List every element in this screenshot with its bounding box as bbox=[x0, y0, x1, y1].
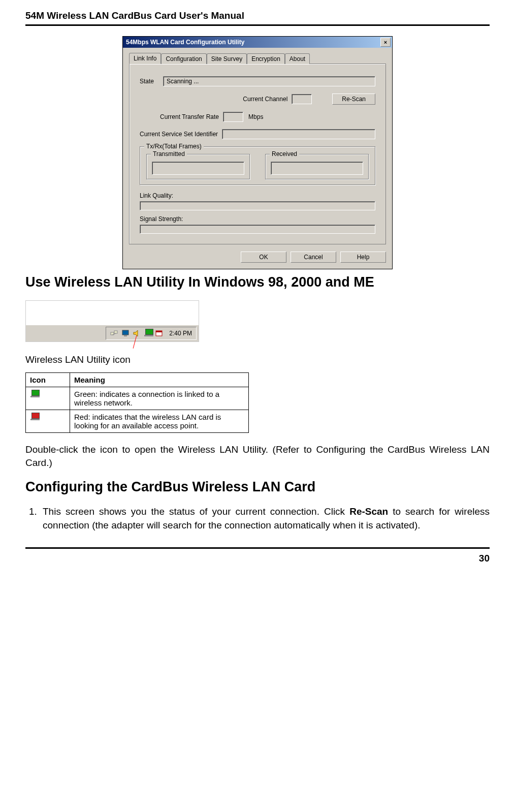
col-header-meaning: Meaning bbox=[70, 373, 249, 387]
ssid-label: Current Service Set Identifier bbox=[140, 131, 218, 138]
section-heading-use-utility: Use Wireless LAN Utility In Windows 98, … bbox=[25, 274, 490, 290]
received-group: Received bbox=[265, 154, 369, 179]
help-button[interactable]: Help bbox=[340, 252, 386, 263]
config-utility-dialog: 54Mbps WLAN Card Configuration Utility ×… bbox=[122, 36, 393, 269]
current-channel-field bbox=[292, 94, 312, 104]
current-channel-label: Current Channel bbox=[243, 96, 287, 103]
svg-rect-3 bbox=[122, 330, 128, 335]
transfer-rate-label: Current Transfer Rate bbox=[160, 113, 219, 120]
dialog-titlebar: 54Mbps WLAN Card Configuration Utility × bbox=[123, 37, 392, 48]
transmitted-field bbox=[152, 162, 244, 175]
ok-button[interactable]: OK bbox=[241, 252, 286, 263]
txrx-group: Tx/Rx(Total Frames) Transmitted Received bbox=[140, 146, 375, 185]
scheduler-icon bbox=[155, 329, 163, 337]
transfer-rate-unit: Mbps bbox=[248, 113, 263, 120]
red-icon-cell bbox=[26, 410, 70, 433]
ssid-field bbox=[222, 129, 375, 139]
systray-screenshot: 2:40 PM bbox=[25, 300, 199, 342]
svg-rect-4 bbox=[124, 335, 127, 336]
volume-icon bbox=[133, 329, 141, 337]
tab-about[interactable]: About bbox=[285, 53, 310, 64]
transmitted-group: Transmitted bbox=[146, 154, 250, 179]
table-row: Green: indicates a connection is linked … bbox=[26, 387, 249, 410]
red-meaning: Red: indicates that the wireless LAN car… bbox=[70, 410, 249, 433]
rescan-button[interactable]: Re-Scan bbox=[332, 93, 375, 105]
wlan-red-icon bbox=[30, 413, 41, 422]
state-field: Scanning ... bbox=[163, 76, 375, 86]
page-number: 30 bbox=[479, 553, 490, 564]
received-legend: Received bbox=[270, 150, 299, 158]
link-quality-bar bbox=[140, 201, 375, 210]
step1-bold: Re-Scan bbox=[349, 506, 388, 517]
transfer-rate-field bbox=[223, 112, 243, 122]
tab-content: State Scanning ... Current Channel Re-Sc… bbox=[129, 64, 386, 244]
green-icon-cell bbox=[26, 387, 70, 410]
section-heading-configuring: Configuring the CardBus Wireless LAN Car… bbox=[25, 479, 490, 495]
col-header-icon: Icon bbox=[26, 373, 70, 387]
signal-strength-label: Signal Strength: bbox=[140, 215, 375, 223]
network-neighborhood-icon bbox=[110, 329, 118, 337]
icon-meaning-table: Icon Meaning Green: indicates a connecti… bbox=[25, 372, 249, 433]
tab-link-info[interactable]: Link Info bbox=[129, 53, 161, 64]
page-header-title: 54M Wireless LAN CardBus Card User's Man… bbox=[25, 10, 244, 21]
wlan-green-icon bbox=[30, 390, 41, 399]
state-label: State bbox=[140, 78, 163, 85]
tab-encryption[interactable]: Encryption bbox=[247, 53, 285, 64]
cancel-button[interactable]: Cancel bbox=[291, 252, 336, 263]
icon-caption: Wireless LAN Utility icon bbox=[25, 354, 490, 365]
tab-site-survey[interactable]: Site Survey bbox=[207, 53, 247, 64]
dialog-title: 54Mbps WLAN Card Configuration Utility bbox=[124, 39, 380, 46]
tray-clock: 2:40 PM bbox=[169, 330, 192, 337]
txrx-legend: Tx/Rx(Total Frames) bbox=[144, 143, 204, 150]
tab-configuration[interactable]: Configuration bbox=[161, 53, 206, 64]
svg-rect-1 bbox=[114, 331, 117, 333]
close-icon[interactable]: × bbox=[380, 38, 391, 47]
transmitted-legend: Transmitted bbox=[151, 150, 187, 158]
system-tray: 2:40 PM bbox=[106, 327, 197, 340]
received-field bbox=[271, 162, 363, 175]
table-row: Red: indicates that the wireless LAN car… bbox=[26, 410, 249, 433]
wlan-utility-tray-icon[interactable] bbox=[144, 329, 152, 337]
step1-pre: This screen shows you the status of your… bbox=[43, 506, 349, 517]
paragraph-doubleclick: Double-click the icon to open the Wirele… bbox=[25, 443, 490, 469]
list-item: This screen shows you the status of your… bbox=[40, 505, 490, 532]
tab-strip: Link Info Configuration Site Survey Encr… bbox=[129, 53, 386, 64]
green-meaning: Green: indicates a connection is linked … bbox=[70, 387, 249, 410]
display-icon bbox=[121, 329, 130, 337]
svg-rect-7 bbox=[156, 331, 162, 332]
signal-strength-bar bbox=[140, 225, 375, 234]
link-quality-label: Link Quality: bbox=[140, 192, 375, 199]
